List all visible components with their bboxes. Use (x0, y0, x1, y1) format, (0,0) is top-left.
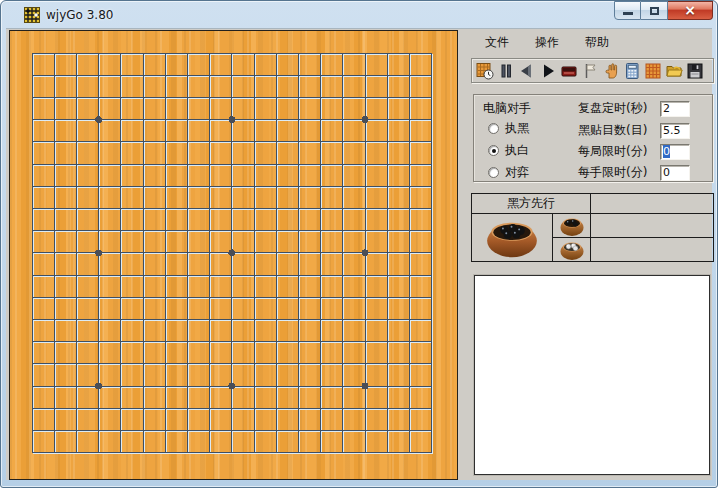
go-board[interactable] (9, 30, 458, 480)
capture-bowls-column (553, 214, 591, 261)
status-body (472, 214, 713, 261)
radio-dot-1 (492, 149, 496, 153)
menu-help[interactable]: 帮助 (579, 32, 615, 53)
setting-value-0: 2 (663, 102, 670, 115)
radio-circle[interactable] (488, 167, 499, 178)
new-game-button[interactable] (474, 60, 495, 81)
minimize-icon (623, 12, 633, 15)
radio-label-white: 执白 (505, 142, 529, 159)
field-label-game-time: 每局限时(分) (578, 143, 658, 160)
step-forward-button[interactable] (537, 60, 558, 81)
menu-operation[interactable]: 操作 (529, 32, 565, 53)
radio-label-black: 执黑 (505, 120, 529, 137)
pause-icon (496, 61, 516, 81)
setting-value-3: 0 (663, 166, 670, 179)
resign-button[interactable] (579, 60, 600, 81)
maximize-icon (650, 7, 659, 15)
maximize-button[interactable] (641, 1, 668, 20)
black-capture-cell (553, 214, 590, 238)
white-capture-cell (553, 238, 590, 261)
status-row-turn: 黑方先行 (472, 194, 713, 214)
computer-opponent-group: 电脑对手 执黑 执白 对弈 复盘定时(秒) 2 黑贴目数(目) 5.5 (473, 94, 713, 182)
save-disk-icon (685, 61, 705, 81)
field-komi: 黑贴目数(目) 5.5 (578, 122, 690, 139)
setting-value-1: 5.5 (663, 124, 681, 137)
new-game-clock-icon (475, 61, 495, 81)
step-back-button[interactable] (516, 60, 537, 81)
field-game-time-limit: 每局限时(分) 0 (578, 143, 690, 160)
save-file-button[interactable] (684, 60, 705, 81)
radio-circle[interactable] (488, 123, 499, 134)
pass-button[interactable] (600, 60, 621, 81)
board-setup-button[interactable] (642, 60, 663, 81)
komi-input[interactable]: 5.5 (660, 123, 690, 139)
radio-match[interactable]: 对弈 (488, 164, 529, 181)
group-label: 电脑对手 (483, 100, 531, 117)
app-icon (24, 7, 40, 23)
menubar: 文件 操作 帮助 (471, 31, 714, 53)
menu-file[interactable]: 文件 (479, 32, 515, 53)
titlebar: wjyGo 3.80 × (1, 1, 717, 28)
field-label-move-time: 每手限时(分) (578, 164, 658, 181)
hand-icon (601, 61, 621, 81)
game-time-input[interactable]: 0 (660, 144, 690, 160)
field-move-time-limit: 每手限时(分) 0 (578, 164, 690, 181)
toolbar (471, 58, 714, 83)
close-button[interactable]: × (668, 1, 713, 20)
field-label-komi: 黑贴目数(目) (578, 122, 658, 139)
radio-circle[interactable] (488, 145, 499, 156)
status-table: 黑方先行 (471, 193, 714, 262)
flag-icon (580, 61, 600, 81)
go-board-grid (10, 31, 457, 479)
setting-value-2: 0 (663, 145, 670, 158)
count-button[interactable] (621, 60, 642, 81)
stop-button[interactable] (558, 60, 579, 81)
pause-button[interactable] (495, 60, 516, 81)
radio-play-white[interactable]: 执白 (488, 142, 529, 159)
stone-bowl-cell (472, 214, 553, 261)
minimize-button[interactable] (614, 1, 641, 20)
back-arrow-icon (517, 61, 537, 81)
field-replay-timer: 复盘定时(秒) 2 (578, 100, 690, 117)
close-icon: × (684, 2, 696, 18)
black-stones-bowl-small (558, 215, 586, 237)
window-title: wjyGo 3.80 (46, 8, 113, 22)
window-content: 文件 操作 帮助 (6, 28, 712, 480)
radio-dot-2 (492, 171, 496, 175)
open-folder-icon (664, 61, 684, 81)
radio-label-match: 对弈 (505, 164, 529, 181)
turn-indicator-empty-cell (591, 194, 713, 213)
field-label-replay-timer: 复盘定时(秒) (578, 100, 658, 117)
stop-icon (559, 61, 579, 81)
turn-indicator: 黑方先行 (472, 194, 591, 213)
radio-play-black[interactable]: 执黑 (488, 120, 529, 137)
calculator-icon (622, 61, 642, 81)
black-capture-count-cell (591, 214, 713, 238)
forward-arrow-icon (538, 61, 558, 81)
app-window: wjyGo 3.80 × 文件 操作 帮助 (0, 0, 718, 488)
white-capture-count-cell (591, 238, 713, 261)
capture-count-column (591, 214, 713, 261)
move-time-input[interactable]: 0 (660, 165, 690, 181)
replay-timer-input[interactable]: 2 (660, 101, 690, 117)
open-file-button[interactable] (663, 60, 684, 81)
black-stones-bowl-large (481, 216, 543, 260)
radio-dot-0 (492, 127, 496, 131)
move-list[interactable] (474, 275, 710, 475)
grid-icon (643, 61, 663, 81)
white-stones-bowl-small (558, 239, 586, 261)
